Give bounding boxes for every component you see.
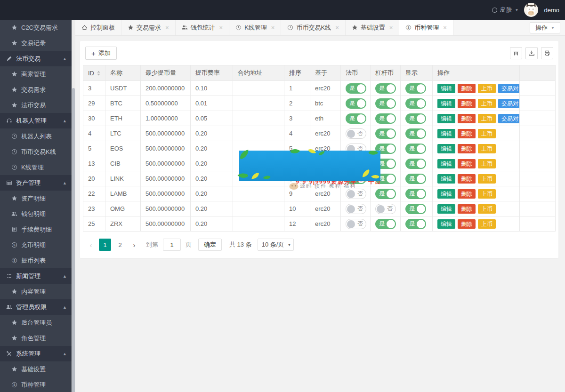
delete-button[interactable]: 删除: [458, 129, 476, 138]
list-coin-button[interactable]: 上币: [478, 84, 496, 93]
lever-toggle[interactable]: 是: [375, 98, 396, 109]
sidebar-item[interactable]: 商家管理: [0, 66, 72, 82]
sidebar-item[interactable]: 基础设置: [0, 361, 72, 377]
filter-columns-button[interactable]: [510, 47, 522, 59]
sidebar-section[interactable]: 机器人管理▲: [0, 113, 72, 128]
fiat-toggle[interactable]: 否: [346, 189, 366, 199]
sidebar-item[interactable]: 机器人列表: [0, 128, 72, 144]
list-coin-button[interactable]: 上币: [478, 204, 496, 214]
operations-dropdown-button[interactable]: 操作 ▼: [530, 22, 560, 33]
next-page-button[interactable]: ›: [129, 241, 139, 249]
add-button[interactable]: + 添加: [85, 47, 117, 60]
show-toggle[interactable]: 是: [405, 219, 426, 229]
sidebar-item[interactable]: 手续费明细: [0, 222, 72, 237]
edit-button[interactable]: 编辑: [437, 129, 455, 138]
sidebar-item[interactable]: 内容管理: [0, 284, 72, 299]
fiat-toggle[interactable]: 是: [346, 83, 366, 94]
sidebar-item[interactable]: 交易需求: [0, 82, 72, 97]
close-icon[interactable]: ×: [219, 24, 223, 31]
edit-button[interactable]: 编辑: [437, 174, 455, 184]
lever-toggle[interactable]: 否: [375, 204, 396, 214]
sidebar-item[interactable]: 充币明细: [0, 237, 72, 253]
fiat-toggle[interactable]: 是: [346, 113, 366, 124]
sort-icon[interactable]: [97, 70, 101, 76]
show-toggle[interactable]: 是: [405, 83, 426, 94]
delete-button[interactable]: 删除: [458, 144, 476, 153]
edit-button[interactable]: 编辑: [437, 84, 455, 93]
delete-button[interactable]: 删除: [458, 99, 476, 108]
page-number-button[interactable]: 2: [114, 239, 126, 251]
edit-button[interactable]: 编辑: [437, 99, 455, 108]
show-toggle[interactable]: 是: [405, 98, 426, 109]
delete-button[interactable]: 删除: [458, 189, 476, 199]
edit-button[interactable]: 编辑: [437, 144, 455, 153]
sidebar-item[interactable]: 法币交易: [0, 97, 72, 113]
show-toggle[interactable]: 是: [405, 189, 426, 199]
lever-toggle[interactable]: 是: [375, 219, 396, 229]
show-toggle[interactable]: 是: [405, 113, 426, 124]
sidebar-item[interactable]: 交易记录: [0, 35, 72, 51]
column-header[interactable]: ID: [83, 65, 105, 81]
show-toggle[interactable]: 是: [405, 128, 426, 139]
goto-page-input[interactable]: [163, 239, 181, 251]
show-toggle[interactable]: 是: [405, 159, 426, 169]
tab[interactable]: 钱包统计×: [176, 20, 230, 35]
tab[interactable]: 交易需求×: [121, 20, 176, 35]
list-coin-button[interactable]: 上币: [478, 144, 496, 153]
list-coin-button[interactable]: 上币: [478, 159, 496, 168]
trading-pair-button[interactable]: 交易对: [498, 99, 520, 108]
sidebar-item[interactable]: 钱包明细: [0, 206, 72, 222]
list-coin-button[interactable]: 上币: [478, 174, 496, 184]
sidebar-item[interactable]: 币种管理: [0, 377, 72, 392]
sidebar-item[interactable]: 提币列表: [0, 253, 72, 268]
sidebar-item[interactable]: 角色管理: [0, 330, 72, 346]
delete-button[interactable]: 删除: [458, 219, 476, 229]
show-toggle[interactable]: 是: [405, 174, 426, 184]
tab[interactable]: 币币交易K线×: [281, 20, 345, 35]
tab[interactable]: 控制面板: [75, 20, 121, 35]
lever-toggle[interactable]: 是: [375, 189, 396, 199]
edit-button[interactable]: 编辑: [437, 114, 455, 123]
sidebar-item[interactable]: K线管理: [0, 160, 72, 175]
print-button[interactable]: [541, 47, 553, 59]
lever-toggle[interactable]: 是: [375, 128, 396, 139]
close-icon[interactable]: ×: [389, 24, 393, 31]
sidebar-section[interactable]: 系统管理▲: [0, 346, 72, 361]
delete-button[interactable]: 删除: [458, 204, 476, 214]
edit-button[interactable]: 编辑: [437, 204, 455, 214]
edit-button[interactable]: 编辑: [437, 219, 455, 229]
trading-pair-button[interactable]: 交易对: [498, 84, 520, 93]
page-number-button[interactable]: 1: [99, 239, 111, 251]
edit-button[interactable]: 编辑: [437, 189, 455, 199]
sidebar-section[interactable]: 法币交易▲: [0, 51, 72, 66]
sidebar-section[interactable]: 资产管理▲: [0, 175, 72, 191]
sidebar-section[interactable]: 管理员权限▲: [0, 299, 72, 315]
list-coin-button[interactable]: 上币: [478, 129, 496, 138]
fiat-toggle[interactable]: 否: [346, 219, 366, 229]
edit-button[interactable]: 编辑: [437, 159, 455, 168]
fiat-toggle[interactable]: 否: [346, 128, 366, 139]
confirm-page-button[interactable]: 确定: [198, 239, 222, 251]
show-toggle[interactable]: 是: [405, 204, 426, 214]
delete-button[interactable]: 删除: [458, 84, 476, 93]
user-avatar[interactable]: [524, 3, 538, 17]
lever-toggle[interactable]: 是: [375, 113, 396, 124]
sidebar-scrollbar-thumb[interactable]: [72, 88, 75, 392]
export-button[interactable]: [525, 47, 538, 59]
sidebar-item[interactable]: C2C交易需求: [0, 20, 72, 35]
prev-page-button[interactable]: ‹: [86, 241, 96, 249]
close-icon[interactable]: ×: [335, 24, 339, 31]
list-coin-button[interactable]: 上币: [478, 99, 496, 108]
sidebar-item[interactable]: 币币交易K线: [0, 144, 72, 160]
delete-button[interactable]: 删除: [458, 159, 476, 168]
delete-button[interactable]: 删除: [458, 174, 476, 184]
tab[interactable]: 币种管理×: [399, 20, 453, 35]
sidebar-item[interactable]: 资产明细: [0, 191, 72, 206]
fiat-toggle[interactable]: 否: [346, 204, 366, 214]
delete-button[interactable]: 删除: [458, 114, 476, 123]
tab[interactable]: 基础设置×: [346, 20, 400, 35]
sidebar-item[interactable]: 后台管理员: [0, 315, 72, 330]
close-icon[interactable]: ×: [443, 24, 447, 31]
trading-pair-button[interactable]: 交易对: [498, 114, 520, 123]
sidebar-scrollbar[interactable]: [72, 20, 75, 392]
